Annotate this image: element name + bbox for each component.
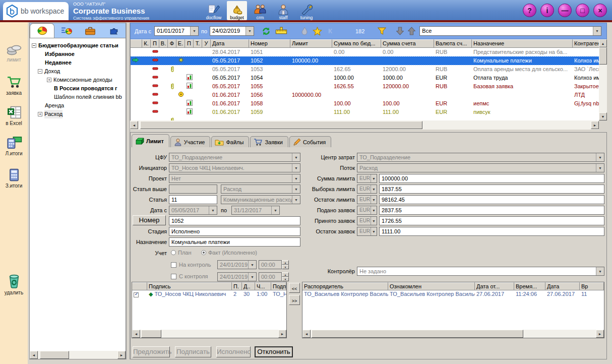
chevron-down-icon[interactable]: ▼ [596,164,604,172]
help-button[interactable]: ? [523,4,536,17]
scrollbar-thumb[interactable] [40,351,69,359]
accepted-currency[interactable]: EUR▼ [357,216,377,225]
chevron-down-icon[interactable]: ▼ [371,174,377,183]
expand-icon[interactable]: + [47,78,51,82]
tree-item-favorites[interactable]: Избранное [31,50,125,58]
chevron-down-icon[interactable]: ▼ [246,27,254,35]
cost-center-select[interactable]: ТО_Подразделение▼ [357,153,604,162]
move-down-icon[interactable] [396,27,404,35]
executed-button[interactable]: Исполнено [216,346,251,357]
fact-radio[interactable]: Факт (Исполненно) [201,250,257,256]
refresh-icon[interactable] [261,26,271,36]
rest-field[interactable]: 1111.00 [379,227,604,236]
shift-left-button[interactable]: << [289,283,300,293]
chevron-down-icon[interactable]: ▼ [292,164,300,172]
chevron-down-icon[interactable]: ▼ [593,27,601,35]
radio-unchecked-icon[interactable] [171,250,176,255]
collapse-icon[interactable]: − [32,43,36,48]
col-header-budget-sum[interactable]: Сумма по бюд... [332,39,381,48]
on-control-checkbox[interactable]: На контроль [171,262,211,268]
module-crm[interactable]: crm [250,1,270,20]
table-row-selected[interactable]: 05.05.2017 1052 100000.00 Комунальные пл… [131,56,599,65]
project-select[interactable]: Нет▼ [169,174,300,183]
detail-date-from-picker[interactable]: 05/05/2017▼ [169,206,217,215]
tree-item-recent[interactable]: Недавнее [31,58,125,67]
sidebar-item-request-totals[interactable]: З.итоги [0,168,28,189]
from-control-date-picker[interactable]: 24/01/2019▼ [217,272,257,281]
move-up-icon[interactable] [408,27,415,35]
spin-up-icon[interactable]: ▲ [282,272,289,277]
article-name-select[interactable]: Коммуникационные расходы▼ [221,195,300,204]
chevron-down-icon[interactable]: ▼ [596,267,604,275]
purpose-field[interactable]: Комунальные платежи [169,237,300,247]
table-row[interactable]: 01.06.2017 1059 111.00 111.00 EUR пивсук [131,108,599,116]
col-header-e[interactable]: Е. [176,39,185,48]
col-header-contragent[interactable]: Контрагент [573,39,599,48]
chevron-down-icon[interactable]: ▼ [371,206,377,214]
scroll-right-icon[interactable]: ► [117,351,126,359]
limit-sum-field[interactable]: 100000.00 [379,174,604,183]
col-header-manager[interactable]: Распорядитель [302,282,388,290]
date-to-picker[interactable]: 24/02/2019 ▼ [210,26,254,36]
info-button[interactable]: i [540,4,554,17]
col-header-currency[interactable]: Валюта сч... [434,39,472,48]
limit-rest-currency[interactable]: EUR▼ [357,195,377,204]
tab-requests[interactable]: Заявки [250,136,288,147]
filter-funnel-icon[interactable] [378,27,386,35]
scroll-left-icon[interactable]: ◄ [130,121,138,129]
module-docflow[interactable]: docflow [204,1,224,20]
on-control-time-spinner[interactable]: ▲▼ [282,260,289,269]
module-budget[interactable]: budget [227,1,247,20]
expand-icon[interactable]: + [38,112,42,116]
limit-drawn-currency[interactable]: EUR▼ [357,185,377,194]
article-above-flow-select[interactable]: Расход▼ [221,185,300,194]
flame-icon[interactable] [300,27,309,36]
spin-down-icon[interactable]: ▼ [282,265,289,269]
table-row[interactable]: 05.05.2017 1053 162.65 12000.00 RUB Опла… [131,65,599,74]
checkbox-unchecked-icon[interactable] [171,262,176,268]
tree-item-merge-template[interactable]: Шаблон полей слияния bb [31,93,125,101]
sidebar-item-delete[interactable]: удалить [0,273,28,295]
tree-item-expense[interactable]: + Расход [31,110,125,118]
tree-tab-reports[interactable] [54,23,78,38]
radio-checked-icon[interactable] [201,250,206,255]
manager-row[interactable]: ТО_Васильев Контролер Васильевич ТО_Васи… [302,290,604,299]
scrollbar-thumb[interactable] [140,121,422,129]
chevron-down-icon[interactable]: ▼ [371,227,377,235]
chevron-down-icon[interactable]: ▼ [248,273,256,281]
tree-horizontal-scrollbar[interactable]: ◄ ► [30,351,126,359]
chevron-down-icon[interactable]: ▼ [248,261,256,269]
tree-item-rent[interactable]: Аренда [31,101,125,110]
table-row[interactable]: 01.06.2017 1058 100.00 100.00 EUR иепмс … [131,99,599,108]
tab-files[interactable]: Файлы [211,136,249,147]
grid-vertical-scrollbar[interactable]: ▲ ▼ [599,39,607,120]
accepted-field[interactable]: 1726.55 [379,216,604,225]
spin-down-icon[interactable]: ▼ [282,277,289,281]
table-row[interactable]: 28.04.2017 1051 0.00 0.00 RUB Представит… [131,48,599,56]
article-field[interactable]: 11 [169,195,217,204]
col-header-limit[interactable]: Лимит [290,39,332,48]
scroll-right-icon[interactable]: ► [278,330,286,338]
signer-row[interactable]: ✓ ◆ ТО_Носов ЧКЦ Николаевич 2 30 1:00 ТО… [132,290,286,299]
checkbox-unchecked-icon[interactable] [171,274,176,279]
tree-tab-plugins[interactable] [102,23,126,38]
module-staff[interactable]: staff [273,1,293,20]
col-header-account-sum[interactable]: Сумма счета [381,39,434,48]
limit-sum-currency[interactable]: EUR▼ [357,174,377,183]
scrollbar-thumb[interactable] [312,330,523,338]
tab-participation[interactable]: Участие [170,136,211,147]
col-header-d[interactable]: Д.. [242,282,255,290]
collapse-icon[interactable]: − [38,69,42,74]
col-header-acquainted[interactable]: Ознакомлен [388,282,475,290]
scroll-right-icon[interactable]: ► [596,330,604,338]
shift-right-button[interactable]: >> [289,295,300,305]
tree-item-root[interactable]: − Бюджетообразующие статьи [31,41,125,50]
col-header-t[interactable]: Т. [194,39,202,48]
chevron-down-icon[interactable]: ▼ [371,196,377,204]
col-header-sign2[interactable]: Подпис [271,282,286,290]
rest-currency[interactable]: EUR▼ [357,227,377,236]
minimize-button[interactable]: — [558,4,572,17]
controller-select[interactable]: Не задано▼ [357,267,604,276]
scrollbar-thumb[interactable] [141,330,161,338]
plan-radio[interactable]: План [171,250,192,256]
